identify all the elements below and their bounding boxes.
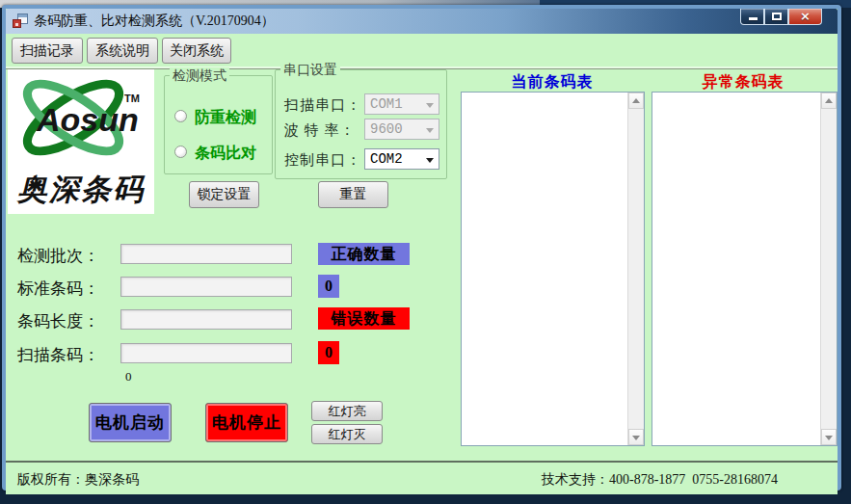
control-port-combo[interactable]: COM2 <box>364 148 439 170</box>
arrow-up-icon <box>632 98 640 103</box>
toolbar-button-system-help[interactable]: 系统说明 <box>87 38 158 64</box>
radio-barcode-compare-icon <box>174 146 187 158</box>
toolbar: 扫描记录 系统说明 关闭系统 <box>6 34 838 69</box>
scan-count-value: 0 <box>125 369 132 385</box>
window-title: 条码防重、比对检测系统（V.20170904） <box>34 9 275 34</box>
barcode-length-label: 条码长度： <box>17 310 99 332</box>
correct-count-label: 正确数量 <box>318 243 410 265</box>
scanned-barcode-label: 扫描条码： <box>17 344 99 366</box>
scroll-up-button[interactable] <box>628 93 644 109</box>
serial-settings-title: 串口设置 <box>280 62 340 79</box>
svg-text:TM: TM <box>124 93 140 104</box>
radio-anti-duplicate-icon <box>174 110 187 122</box>
reset-button[interactable]: 重置 <box>318 181 388 208</box>
svg-text:Aosun: Aosun <box>36 101 139 138</box>
batch-label: 检测批次： <box>17 245 99 267</box>
scroll-down-button[interactable] <box>628 429 644 445</box>
toolbar-button-close-system[interactable]: 关闭系统 <box>162 38 231 64</box>
radio-anti-duplicate[interactable]: 防重检测 <box>174 108 267 123</box>
scroll-down-button[interactable] <box>821 429 837 445</box>
toolbar-button-scan-records[interactable]: 扫描记录 <box>12 38 83 64</box>
motor-stop-button[interactable]: 电机停止 <box>205 403 288 442</box>
error-count-label: 错误数量 <box>318 307 410 330</box>
minimize-icon <box>749 17 758 20</box>
chevron-down-icon <box>426 128 434 133</box>
lock-settings-button[interactable]: 锁定设置 <box>189 181 259 208</box>
arrow-down-icon <box>825 436 833 440</box>
scan-port-combo: COM1 <box>364 93 439 115</box>
tech-support-text: 技术支持：400-878-1877 0755-28168074 <box>542 471 778 489</box>
abnormal-barcode-listbox[interactable] <box>652 92 838 446</box>
maximize-icon <box>772 13 782 20</box>
detect-mode-groupbox: 检测模式 防重检测 条码比对 <box>164 75 273 174</box>
scan-port-value: COM1 <box>370 96 403 112</box>
aosun-logo-icon: Aosun TM <box>8 69 154 168</box>
detect-mode-title: 检测模式 <box>170 67 229 85</box>
close-button[interactable]: × <box>788 9 822 25</box>
statusbar: 版权所有：奥深条码 技术支持：400-878-1877 0755-2816807… <box>6 463 838 494</box>
scroll-up-button[interactable] <box>821 93 837 109</box>
titlebar[interactable]: 条码防重、比对检测系统（V.20170904） × <box>6 9 838 34</box>
app-form-icon <box>13 13 28 29</box>
arrow-up-icon <box>825 98 833 103</box>
red-light-off-button[interactable]: 红灯灭 <box>311 424 383 444</box>
serial-settings-groupbox: 串口设置 扫描串口： COM1 波 特 率： 9600 控制串口： COM2 <box>275 69 447 179</box>
current-list-scrollbar[interactable] <box>627 93 644 445</box>
standard-barcode-input[interactable] <box>120 277 292 297</box>
baud-rate-label: 波 特 率： <box>284 121 356 140</box>
radio-barcode-compare-label: 条码比对 <box>195 144 256 164</box>
chevron-down-icon <box>426 103 434 108</box>
window-controls: × <box>740 9 822 25</box>
current-barcode-listbox[interactable] <box>461 92 645 446</box>
form-icon-front <box>13 19 21 28</box>
correct-count-value: 0 <box>318 275 339 298</box>
scan-port-label: 扫描串口： <box>284 96 361 115</box>
app-window: 条码防重、比对检测系统（V.20170904） × 扫描记录 系统说明 关闭系统 <box>2 5 841 491</box>
motor-start-button[interactable]: 电机启动 <box>89 403 172 442</box>
control-port-label: 控制串口： <box>284 151 361 170</box>
arrow-down-icon <box>632 436 640 440</box>
company-logo: Aosun TM 奥深条码 <box>8 69 154 214</box>
control-port-value: COM2 <box>370 151 403 167</box>
error-count-value: 0 <box>318 341 339 364</box>
radio-anti-duplicate-label: 防重检测 <box>195 108 256 128</box>
batch-input[interactable] <box>120 244 292 264</box>
standard-barcode-label: 标准条码： <box>17 278 99 300</box>
maximize-button[interactable] <box>764 9 788 25</box>
scanned-barcode-input[interactable] <box>120 343 292 363</box>
minimize-button[interactable] <box>740 9 764 25</box>
copyright-text: 版权所有：奥深条码 <box>17 471 139 489</box>
baud-rate-value: 9600 <box>370 121 403 137</box>
baud-rate-combo: 9600 <box>364 119 439 140</box>
radio-barcode-compare[interactable]: 条码比对 <box>174 144 267 159</box>
abnormal-barcode-list-title: 异常条码表 <box>649 72 838 93</box>
barcode-length-input[interactable] <box>120 309 292 330</box>
abnormal-list-scrollbar[interactable] <box>820 93 837 445</box>
chevron-down-icon <box>426 158 434 163</box>
logo-caption: 奥深条码 <box>8 170 154 210</box>
red-light-on-button[interactable]: 红灯亮 <box>311 401 383 421</box>
close-icon: × <box>789 9 821 24</box>
current-barcode-list-title: 当前条码表 <box>458 72 647 93</box>
